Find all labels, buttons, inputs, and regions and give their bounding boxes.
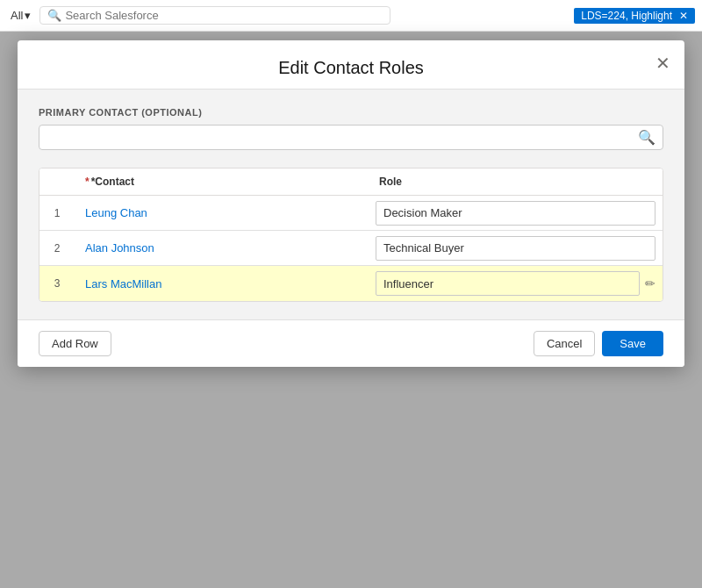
primary-contact-search-icon[interactable]: 🔍 [638,129,655,146]
primary-contact-search-box[interactable]: 🔍 [39,125,663,150]
row-1-num: 1 [39,200,75,226]
row-2-role-input[interactable] [376,236,655,261]
modal-footer: Add Row Cancel Save [18,319,684,367]
close-icon[interactable]: ✕ [679,10,688,22]
row-3-role-input[interactable] [376,271,640,296]
topbar-search-input[interactable] [65,9,383,22]
contacts-table: **Contact Role 1 Leung Chan 2 Alan Johns… [39,168,663,302]
table-row: 1 Leung Chan [39,196,663,231]
col-contact-header: **Contact [75,169,369,195]
primary-contact-search-input[interactable] [47,131,638,144]
row-2-contact[interactable]: Alan Johnson [75,234,369,262]
search-icon: 🔍 [47,9,61,22]
col-num-header [39,169,75,195]
table-header: **Contact Role [39,169,663,196]
row-2-num: 2 [39,235,75,262]
chevron-down-icon: ▾ [25,9,31,22]
add-row-button[interactable]: Add Row [39,331,111,356]
table-row: 2 Alan Johnson [39,231,663,266]
row-2-role-cell [369,233,663,264]
row-1-role-input[interactable] [376,201,655,226]
topbar-search-box[interactable]: 🔍 [39,6,390,25]
row-3-num: 3 [39,270,75,297]
required-star: * [85,176,90,188]
row-1-role-cell [369,197,663,229]
topbar-highlight-badge: LDS=224, Highlight ✕ [574,8,695,24]
topbar: All ▾ 🔍 LDS=224, Highlight ✕ [0,0,702,32]
footer-actions: Cancel Save [534,331,663,356]
modal-close-button[interactable]: ✕ [655,54,670,72]
modal-body: PRIMARY CONTACT (OPTIONAL) 🔍 **Contact R… [18,90,684,319]
topbar-all-dropdown[interactable]: All ▾ [7,9,34,22]
modal-header: Edit Contact Roles ✕ [18,40,684,90]
primary-contact-label: PRIMARY CONTACT (OPTIONAL) [39,107,663,118]
edit-contact-roles-modal: Edit Contact Roles ✕ PRIMARY CONTACT (OP… [18,40,684,367]
edit-icon[interactable]: ✏ [645,276,655,290]
row-3-role-cell: ✏ [369,268,663,299]
save-button[interactable]: Save [602,331,663,356]
topbar-all-label: All [11,9,23,22]
col-role-header: Role [369,169,663,195]
modal-overlay: Edit Contact Roles ✕ PRIMARY CONTACT (OP… [0,32,702,588]
col-contact-label: *Contact [91,176,134,188]
cancel-button[interactable]: Cancel [534,331,595,356]
modal-title: Edit Contact Roles [39,58,663,78]
topbar-highlight-label: LDS=224, Highlight [581,10,672,22]
row-1-contact[interactable]: Leung Chan [75,199,369,226]
table-row: 3 Lars MacMillan ✏ [39,266,663,301]
row-3-contact[interactable]: Lars MacMillan [75,270,369,298]
